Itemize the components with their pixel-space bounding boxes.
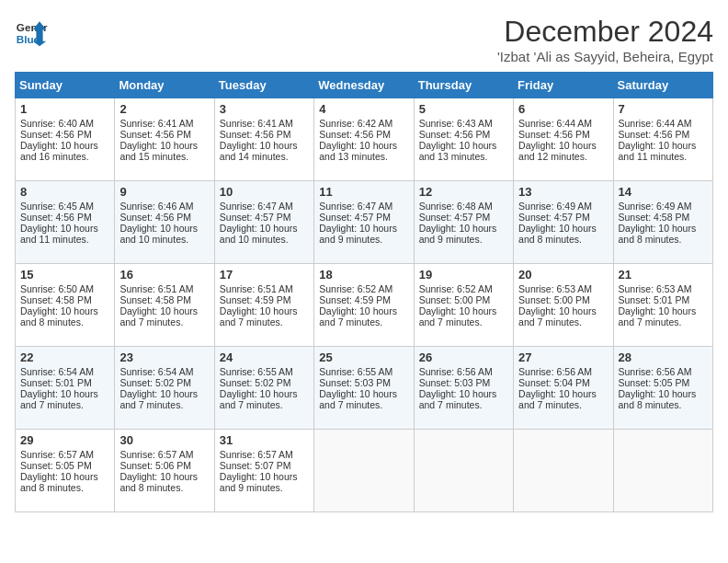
day-info-line: and 9 minutes.: [319, 234, 408, 245]
day-info-line: and 8 minutes.: [119, 482, 209, 493]
calendar-day-cell: [514, 430, 613, 512]
calendar-day-cell: 16Sunrise: 6:51 AMSunset: 4:58 PMDayligh…: [115, 264, 214, 347]
calendar-day-cell: 20Sunrise: 6:53 AMSunset: 5:00 PMDayligh…: [514, 264, 613, 347]
calendar-day-cell: 30Sunrise: 6:57 AMSunset: 5:06 PMDayligh…: [115, 430, 214, 512]
calendar-day-cell: 21Sunrise: 6:53 AMSunset: 5:01 PMDayligh…: [613, 264, 712, 347]
calendar-table: SundayMondayTuesdayWednesdayThursdayFrid…: [15, 72, 713, 512]
day-info-line: Sunset: 4:57 PM: [518, 212, 608, 223]
day-number: 19: [419, 268, 508, 282]
calendar-day-cell: 27Sunrise: 6:56 AMSunset: 5:04 PMDayligh…: [514, 347, 613, 430]
day-info-line: and 7 minutes.: [220, 399, 309, 410]
day-info-line: Sunset: 4:59 PM: [319, 294, 408, 305]
day-info-line: Daylight: 10 hours: [518, 223, 608, 234]
calendar-day-cell: [414, 430, 513, 512]
day-info-line: Sunset: 5:00 PM: [518, 294, 608, 305]
day-info-line: Daylight: 10 hours: [319, 140, 408, 151]
day-info-line: and 7 minutes.: [119, 316, 209, 327]
day-info-line: Sunrise: 6:54 AM: [20, 366, 109, 377]
calendar-day-cell: 11Sunrise: 6:47 AMSunset: 4:57 PMDayligh…: [314, 181, 414, 264]
day-number: 29: [20, 433, 109, 447]
day-info-line: Daylight: 10 hours: [20, 140, 109, 151]
day-info-line: Sunrise: 6:48 AM: [419, 201, 508, 212]
day-info-line: Sunset: 5:04 PM: [518, 377, 608, 388]
day-info-line: and 13 minutes.: [319, 151, 408, 162]
day-info-line: Daylight: 10 hours: [518, 305, 608, 316]
day-number: 7: [619, 102, 708, 116]
day-info-line: Sunset: 4:58 PM: [20, 294, 109, 305]
day-info-line: Sunrise: 6:51 AM: [119, 283, 209, 294]
day-info-line: and 7 minutes.: [419, 316, 508, 327]
day-info-line: Daylight: 10 hours: [220, 471, 309, 482]
day-info-line: and 7 minutes.: [319, 399, 408, 410]
weekday-header-cell: Sunday: [16, 73, 115, 98]
day-info-line: Sunset: 5:07 PM: [220, 460, 309, 471]
day-number: 23: [119, 350, 209, 364]
day-number: 18: [319, 268, 408, 282]
day-info-line: Sunset: 4:57 PM: [419, 212, 508, 223]
calendar-day-cell: [314, 430, 414, 512]
day-info-line: Sunrise: 6:53 AM: [518, 283, 608, 294]
day-info-line: and 10 minutes.: [220, 234, 309, 245]
calendar-day-cell: 14Sunrise: 6:49 AMSunset: 4:58 PMDayligh…: [613, 181, 712, 264]
day-info-line: and 7 minutes.: [220, 316, 309, 327]
day-info-line: Sunrise: 6:42 AM: [319, 118, 408, 129]
day-info-line: Sunset: 4:56 PM: [220, 129, 309, 140]
day-info-line: Daylight: 10 hours: [619, 305, 708, 316]
day-info-line: and 9 minutes.: [220, 482, 309, 493]
day-info-line: Sunset: 4:58 PM: [619, 212, 708, 223]
weekday-header-cell: Saturday: [613, 73, 712, 98]
calendar-day-cell: 13Sunrise: 6:49 AMSunset: 4:57 PMDayligh…: [514, 181, 613, 264]
day-info-line: Sunrise: 6:44 AM: [518, 118, 608, 129]
day-number: 2: [119, 102, 209, 116]
day-info-line: Sunset: 4:56 PM: [319, 129, 408, 140]
day-number: 17: [220, 268, 309, 282]
day-info-line: Sunrise: 6:50 AM: [20, 283, 109, 294]
day-info-line: Sunset: 5:02 PM: [119, 377, 209, 388]
weekday-header-cell: Wednesday: [314, 73, 414, 98]
calendar-day-cell: 22Sunrise: 6:54 AMSunset: 5:01 PMDayligh…: [16, 347, 115, 430]
day-info-line: and 7 minutes.: [319, 316, 408, 327]
day-info-line: Sunrise: 6:47 AM: [220, 201, 309, 212]
calendar-day-cell: 19Sunrise: 6:52 AMSunset: 5:00 PMDayligh…: [414, 264, 513, 347]
day-info-line: Sunset: 4:56 PM: [20, 129, 109, 140]
day-info-line: Sunrise: 6:43 AM: [419, 118, 508, 129]
day-info-line: Sunrise: 6:49 AM: [619, 201, 708, 212]
day-info-line: Daylight: 10 hours: [518, 388, 608, 399]
day-info-line: Sunset: 4:56 PM: [119, 129, 209, 140]
calendar-day-cell: 3Sunrise: 6:41 AMSunset: 4:56 PMDaylight…: [214, 98, 313, 181]
day-info-line: Sunrise: 6:49 AM: [518, 201, 608, 212]
day-info-line: and 8 minutes.: [619, 234, 708, 245]
day-info-line: Sunrise: 6:41 AM: [220, 118, 309, 129]
day-info-line: Sunset: 5:03 PM: [419, 377, 508, 388]
day-info-line: Daylight: 10 hours: [20, 223, 109, 234]
day-info-line: Sunset: 4:56 PM: [20, 212, 109, 223]
calendar-week-row: 15Sunrise: 6:50 AMSunset: 4:58 PMDayligh…: [16, 264, 713, 347]
day-number: 27: [518, 350, 608, 364]
day-info-line: Sunset: 4:56 PM: [518, 129, 608, 140]
day-info-line: Sunset: 5:02 PM: [220, 377, 309, 388]
day-info-line: and 11 minutes.: [619, 151, 708, 162]
day-info-line: Sunrise: 6:53 AM: [619, 283, 708, 294]
day-number: 10: [220, 185, 309, 199]
day-info-line: Daylight: 10 hours: [220, 140, 309, 151]
day-info-line: Sunrise: 6:41 AM: [119, 118, 209, 129]
calendar-day-cell: 15Sunrise: 6:50 AMSunset: 4:58 PMDayligh…: [16, 264, 115, 347]
month-title: December 2024: [497, 15, 713, 49]
day-info-line: Sunset: 4:57 PM: [220, 212, 309, 223]
day-info-line: Sunrise: 6:57 AM: [20, 449, 109, 460]
day-number: 28: [619, 350, 708, 364]
day-number: 4: [319, 102, 408, 116]
calendar-day-cell: 5Sunrise: 6:43 AMSunset: 4:56 PMDaylight…: [414, 98, 513, 181]
calendar-day-cell: 12Sunrise: 6:48 AMSunset: 4:57 PMDayligh…: [414, 181, 513, 264]
day-info-line: and 16 minutes.: [20, 151, 109, 162]
day-info-line: Daylight: 10 hours: [119, 305, 209, 316]
calendar-day-cell: 2Sunrise: 6:41 AMSunset: 4:56 PMDaylight…: [115, 98, 214, 181]
calendar-week-row: 8Sunrise: 6:45 AMSunset: 4:56 PMDaylight…: [16, 181, 713, 264]
day-info-line: Sunrise: 6:45 AM: [20, 201, 109, 212]
day-info-line: Sunset: 4:56 PM: [619, 129, 708, 140]
day-info-line: Daylight: 10 hours: [619, 223, 708, 234]
day-info-line: Sunrise: 6:44 AM: [619, 118, 708, 129]
day-info-line: and 7 minutes.: [518, 399, 608, 410]
day-number: 31: [220, 433, 309, 447]
day-info-line: Daylight: 10 hours: [619, 140, 708, 151]
